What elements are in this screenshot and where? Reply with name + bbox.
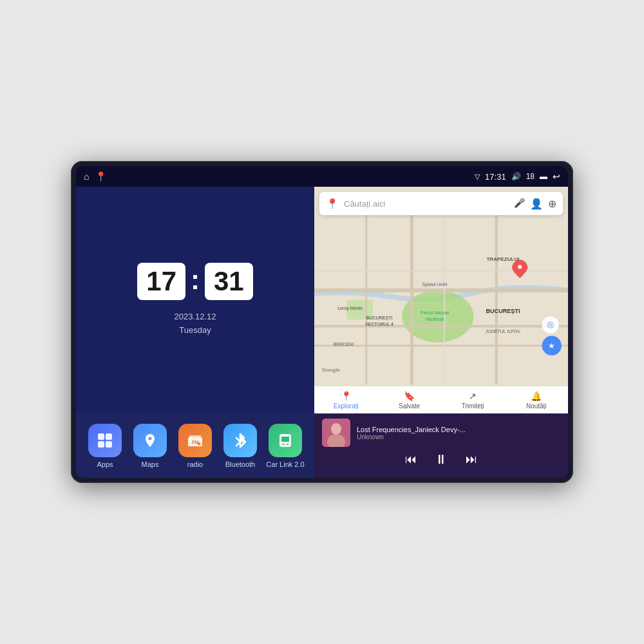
clock-hour: 17 bbox=[146, 266, 176, 296]
svg-point-7 bbox=[198, 442, 201, 445]
svg-rect-11 bbox=[282, 444, 285, 445]
apps-icon bbox=[88, 424, 122, 457]
home-icon[interactable]: ⌂ bbox=[84, 171, 89, 182]
next-button[interactable]: ⏭ bbox=[466, 453, 477, 466]
bluetooth-label: Bluetooth bbox=[225, 460, 255, 468]
music-artist: Unknown bbox=[357, 433, 560, 440]
app-item-radio[interactable]: FM radio bbox=[176, 424, 214, 468]
nav-share[interactable]: ↗ Trimiteți bbox=[441, 391, 505, 410]
share-label: Trimiteți bbox=[462, 402, 484, 410]
status-left: ⌂ 📍 bbox=[84, 171, 106, 182]
svg-text:★: ★ bbox=[548, 341, 555, 350]
signal-icon: ▽ bbox=[475, 173, 480, 181]
radio-label: radio bbox=[187, 460, 203, 468]
svg-text:Splaiul Unirii: Splaiul Unirii bbox=[422, 282, 448, 287]
nav-news[interactable]: 🔔 Noutăți bbox=[505, 391, 569, 410]
music-top: Lost Frequencies_Janieck Devy-... Unknow… bbox=[322, 419, 560, 447]
prev-button[interactable]: ⏮ bbox=[405, 453, 417, 466]
device-screen: ⌂ 📍 ▽ 17:31 🔊 18 ▬ ↩ 17 bbox=[76, 166, 568, 478]
maps-shortcut-icon[interactable]: 📍 bbox=[95, 171, 106, 182]
svg-text:TRAPEZULUI: TRAPEZULUI bbox=[486, 256, 519, 262]
clock-date: 2023.12.12 Tuesday bbox=[174, 310, 216, 337]
svg-text:BUCUREȘTI: BUCUREȘTI bbox=[366, 316, 393, 321]
main-content: 17 : 31 2023.12.12 Tuesday bbox=[76, 187, 568, 478]
share-icon: ↗ bbox=[469, 391, 477, 401]
svg-rect-12 bbox=[286, 444, 289, 445]
explore-label: Explorați bbox=[334, 402, 359, 410]
status-right: ▽ 17:31 🔊 18 ▬ ↩ bbox=[475, 171, 560, 182]
svg-rect-0 bbox=[98, 433, 104, 440]
music-info: Lost Frequencies_Janieck Devy-... Unknow… bbox=[357, 426, 560, 440]
battery-icon: ▬ bbox=[540, 172, 547, 181]
clock-widget: 17 : 31 2023.12.12 Tuesday bbox=[76, 187, 314, 413]
map-search-placeholder: Căutați aici bbox=[344, 199, 509, 209]
svg-rect-1 bbox=[106, 433, 112, 440]
svg-rect-5 bbox=[189, 435, 201, 438]
status-time: 17:31 bbox=[485, 172, 506, 182]
svg-rect-10 bbox=[281, 437, 289, 442]
svg-text:◎: ◎ bbox=[547, 319, 554, 329]
map-search-actions: 🎤 👤 ⊕ bbox=[514, 198, 556, 210]
map-widget[interactable]: TRAPEZULUI BUCUREȘTI JUDEȚUL ILFOV BERCE… bbox=[314, 187, 568, 413]
svg-rect-3 bbox=[106, 441, 112, 448]
app-bar: Apps Maps bbox=[76, 413, 314, 478]
svg-text:SECTORUL 4: SECTORUL 4 bbox=[365, 322, 393, 327]
svg-text:JUDEȚUL ILFOV: JUDEȚUL ILFOV bbox=[486, 329, 520, 334]
news-label: Noutăți bbox=[526, 402, 547, 410]
saved-icon: 🔖 bbox=[404, 391, 415, 401]
bluetooth-icon bbox=[223, 424, 257, 457]
clock-hour-block: 17 bbox=[137, 263, 185, 300]
clock-display: 17 : 31 bbox=[137, 263, 252, 300]
explore-icon: 📍 bbox=[341, 391, 352, 401]
status-bar: ⌂ 📍 ▽ 17:31 🔊 18 ▬ ↩ bbox=[76, 166, 568, 187]
music-player: Lost Frequencies_Janieck Devy-... Unknow… bbox=[314, 413, 568, 478]
music-title: Lost Frequencies_Janieck Devy-... bbox=[357, 426, 560, 433]
right-panel: TRAPEZULUI BUCUREȘTI JUDEȚUL ILFOV BERCE… bbox=[314, 187, 568, 478]
back-icon[interactable]: ↩ bbox=[553, 171, 560, 182]
app-item-maps[interactable]: Maps bbox=[131, 424, 169, 468]
layers-icon[interactable]: ⊕ bbox=[548, 198, 556, 210]
svg-text:Google: Google bbox=[322, 367, 340, 373]
carlink-label: Car Link 2.0 bbox=[266, 460, 304, 468]
saved-label: Salvate bbox=[399, 402, 420, 410]
app-item-apps[interactable]: Apps bbox=[86, 424, 124, 468]
maps-logo-icon: 📍 bbox=[326, 198, 339, 210]
nav-saved[interactable]: 🔖 Salvate bbox=[378, 391, 442, 410]
svg-text:BERCENI: BERCENI bbox=[334, 342, 354, 346]
mic-icon[interactable]: 🎤 bbox=[514, 198, 525, 210]
map-nav-bar: 📍 Explorați 🔖 Salvate ↗ Trimiteți 🔔 bbox=[314, 386, 568, 413]
svg-point-34 bbox=[518, 265, 522, 269]
left-panel: 17 : 31 2023.12.12 Tuesday bbox=[76, 187, 314, 478]
nav-explore[interactable]: 📍 Explorați bbox=[314, 391, 378, 410]
clock-separator: : bbox=[191, 267, 200, 294]
device: ⌂ 📍 ▽ 17:31 🔊 18 ▬ ↩ 17 bbox=[71, 161, 573, 483]
map-search-bar[interactable]: 📍 Căutați aici 🎤 👤 ⊕ bbox=[319, 192, 563, 215]
app-item-carlink[interactable]: Car Link 2.0 bbox=[266, 424, 305, 468]
app-item-bluetooth[interactable]: Bluetooth bbox=[221, 424, 260, 468]
svg-rect-2 bbox=[98, 441, 104, 448]
radio-icon: FM bbox=[178, 424, 212, 457]
music-controls: ⏮ ⏸ ⏭ bbox=[322, 452, 560, 467]
carlink-icon bbox=[269, 424, 302, 457]
account-icon[interactable]: 👤 bbox=[530, 198, 543, 210]
news-icon: 🔔 bbox=[531, 391, 542, 401]
clock-minute: 31 bbox=[214, 266, 244, 296]
svg-point-41 bbox=[331, 423, 341, 435]
svg-text:BUCUREȘTI: BUCUREȘTI bbox=[486, 308, 520, 314]
maps-icon bbox=[133, 424, 167, 457]
volume-icon: 🔊 bbox=[511, 172, 521, 181]
apps-label: Apps bbox=[97, 460, 113, 468]
play-pause-button[interactable]: ⏸ bbox=[435, 452, 448, 467]
clock-minute-block: 31 bbox=[205, 263, 253, 300]
battery-number: 18 bbox=[526, 172, 535, 181]
music-thumbnail bbox=[322, 419, 350, 447]
svg-text:Leroy Merlin: Leroy Merlin bbox=[337, 306, 363, 311]
svg-text:Văcărești: Văcărești bbox=[425, 317, 444, 322]
svg-text:Parcul Natural: Parcul Natural bbox=[421, 310, 450, 315]
maps-label: Maps bbox=[142, 460, 159, 468]
